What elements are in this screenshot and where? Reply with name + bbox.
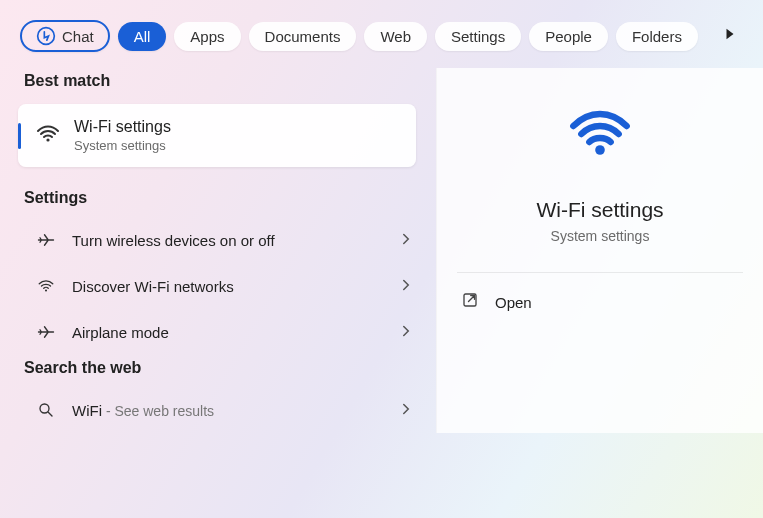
tab-apps[interactable]: Apps <box>174 22 240 51</box>
airplane-icon <box>36 323 56 341</box>
settings-item-wireless-toggle[interactable]: Turn wireless devices on or off <box>0 217 436 263</box>
wifi-icon <box>36 122 60 150</box>
settings-item-discover-wifi[interactable]: Discover Wi-Fi networks <box>0 263 436 309</box>
preview-subtitle: System settings <box>457 228 743 244</box>
svg-point-2 <box>45 289 47 291</box>
tabs-overflow-button[interactable] <box>717 23 743 49</box>
chevron-right-icon <box>400 402 412 418</box>
bing-icon <box>36 26 56 46</box>
wifi-icon <box>558 152 642 169</box>
web-search-item[interactable]: WiFi - See web results <box>0 387 436 433</box>
tab-folders[interactable]: Folders <box>616 22 698 51</box>
settings-item-airplane-mode[interactable]: Airplane mode <box>0 309 436 355</box>
settings-item-label: Discover Wi-Fi networks <box>72 278 384 295</box>
tab-documents[interactable]: Documents <box>249 22 357 51</box>
results-panel: Best match Wi-Fi settings System setting… <box>0 68 436 433</box>
tab-web[interactable]: Web <box>364 22 427 51</box>
svg-point-1 <box>46 138 49 141</box>
chevron-right-icon <box>400 232 412 248</box>
tab-chat-label: Chat <box>62 28 94 45</box>
tab-all[interactable]: All <box>118 22 167 51</box>
open-icon <box>461 291 479 313</box>
search-filter-tabs: Chat All Apps Documents Web Settings Peo… <box>0 0 763 68</box>
best-match-result[interactable]: Wi-Fi settings System settings <box>18 104 416 167</box>
section-search-web: Search the web <box>0 355 436 387</box>
tab-chat[interactable]: Chat <box>20 20 110 52</box>
tab-people[interactable]: People <box>529 22 608 51</box>
section-settings: Settings <box>0 185 436 217</box>
settings-item-label: Turn wireless devices on or off <box>72 232 384 249</box>
best-match-title: Wi-Fi settings <box>74 118 171 136</box>
preview-action-open[interactable]: Open <box>437 273 763 331</box>
preview-title: Wi-Fi settings <box>457 198 743 222</box>
preview-panel: Wi-Fi settings System settings Open <box>436 68 763 433</box>
wifi-icon <box>36 277 56 295</box>
svg-point-3 <box>40 404 49 413</box>
chevron-right-icon <box>400 278 412 294</box>
settings-item-label: Airplane mode <box>72 324 384 341</box>
web-search-label: WiFi - See web results <box>72 402 384 419</box>
search-icon <box>36 401 56 419</box>
airplane-icon <box>36 231 56 249</box>
preview-action-label: Open <box>495 294 532 311</box>
tab-settings[interactable]: Settings <box>435 22 521 51</box>
chevron-right-icon <box>400 324 412 340</box>
section-best-match: Best match <box>0 68 436 100</box>
best-match-subtitle: System settings <box>74 138 171 153</box>
svg-point-0 <box>38 28 55 45</box>
svg-point-4 <box>595 145 605 155</box>
